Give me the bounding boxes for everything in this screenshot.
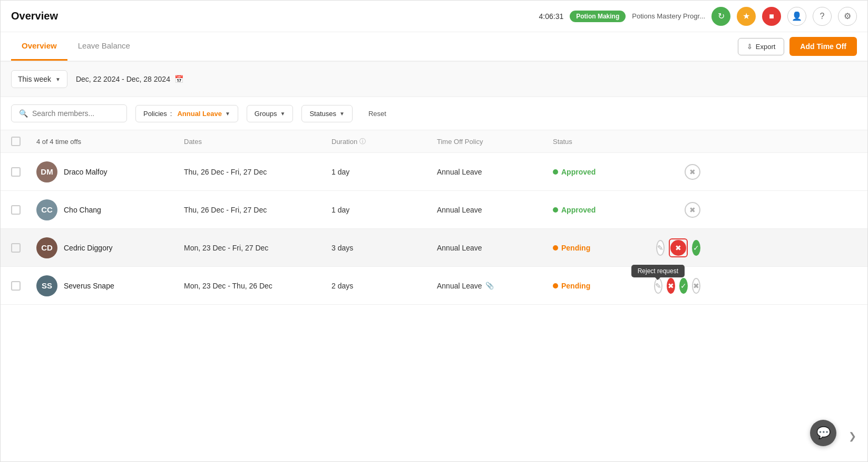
policy-cell-3: Annual Leave (437, 244, 553, 252)
member-name: Severus Snape (64, 282, 114, 290)
policies-filter[interactable]: Policies: Annual Leave ▼ (135, 105, 238, 122)
expand-arrow[interactable]: ❯ (849, 430, 856, 442)
reject-button[interactable]: ✖ (670, 240, 686, 256)
table-row: CD Cedric Diggory Mon, 23 Dec - Fri, 27 … (1, 229, 867, 267)
navbar-right: 4:06:31 Potion Making Potions Mastery Pr… (539, 7, 857, 26)
tabs-bar: Overview Leave Balance ⇩ Export Add Time… (1, 32, 867, 62)
delete-button[interactable]: ✖ (692, 278, 700, 294)
reject-button-highlighted: ✖ (669, 238, 688, 257)
duration-cell-2: 1 day (331, 206, 437, 214)
policy-cell-2: Annual Leave (437, 206, 553, 214)
badge-potion-making[interactable]: Potion Making (570, 11, 626, 22)
avatar: SS (36, 275, 57, 296)
table-area: 4 of 4 time offs Dates Duration ⓘ Time O… (1, 130, 867, 461)
current-time: 4:06:31 (539, 12, 564, 21)
chevron-down-icon: ▼ (225, 111, 230, 117)
row-1-checkbox[interactable] (11, 167, 21, 177)
export-icon: ⇩ (747, 43, 753, 51)
sync-icon-btn[interactable]: ↻ (711, 7, 730, 26)
member-cell-4: SS Severus Snape (36, 275, 184, 296)
avatar: CC (36, 199, 57, 220)
dates-cell-3: Mon, 23 Dec - Fri, 27 Dec (184, 244, 331, 252)
reset-button[interactable]: Reset (361, 105, 394, 122)
week-selector[interactable]: This week ▼ (11, 70, 67, 88)
dates-cell-1: Thu, 26 Dec - Fri, 27 Dec (184, 168, 331, 176)
dates-cell-2: Thu, 26 Dec - Fri, 27 Dec (184, 206, 331, 214)
help-icon-btn[interactable]: ? (813, 7, 832, 26)
select-all-checkbox[interactable] (11, 137, 21, 146)
table-row: CC Cho Chang Thu, 26 Dec - Fri, 27 Dec 1… (1, 191, 867, 229)
badge-program: Potions Mastery Progr... (632, 12, 705, 20)
approve-button[interactable]: ✓ (679, 278, 688, 294)
status-cell-2: Approved (553, 206, 658, 214)
chevron-down-icon: ▼ (339, 111, 345, 117)
tab-leave-balance[interactable]: Leave Balance (67, 32, 141, 61)
tabs-left: Overview Leave Balance (11, 32, 141, 61)
search-icon: 🔍 (19, 109, 28, 118)
duration-cell-1: 1 day (331, 168, 437, 176)
status-dot (553, 169, 558, 175)
status-dot (553, 245, 558, 251)
export-button[interactable]: ⇩ Export (738, 38, 785, 55)
row-2-checkbox[interactable] (11, 205, 21, 215)
info-icon: ⓘ (359, 137, 366, 146)
approve-button[interactable]: ✓ (692, 240, 700, 256)
duration-cell-4: 2 days (331, 282, 437, 290)
attachment-icon: 📎 (485, 282, 494, 290)
navbar: Overview 4:06:31 Potion Making Potions M… (1, 1, 867, 32)
actions-cell-3: ✎ ✖ ✓ Reject request (658, 238, 700, 257)
reject-tooltip: Reject request (631, 265, 685, 277)
search-box: 🔍 (11, 104, 127, 122)
tab-overview[interactable]: Overview (11, 32, 67, 61)
app-title: Overview (11, 10, 58, 22)
row-checkbox-1 (11, 167, 36, 177)
actions-cell-1: ✖ (658, 164, 700, 180)
status-cell-4: Pending (553, 282, 658, 290)
member-name: Draco Malfoy (64, 168, 107, 176)
row-4-checkbox[interactable] (11, 281, 21, 291)
avatar: CD (36, 237, 57, 258)
status-dot (553, 283, 558, 288)
member-name: Cedric Diggory (64, 244, 113, 252)
policy-cell-1: Annual Leave (437, 168, 553, 176)
groups-filter[interactable]: Groups ▼ (247, 105, 294, 122)
star-icon-btn[interactable]: ★ (737, 7, 756, 26)
settings-icon-btn[interactable]: ⚙ (838, 7, 857, 26)
table-row: SS Severus Snape Mon, 23 Dec - Thu, 26 D… (1, 267, 867, 305)
member-name: Cho Chang (64, 206, 101, 214)
chevron-down-icon: ▼ (55, 76, 61, 82)
th-status: Status (553, 138, 658, 146)
search-input[interactable] (32, 109, 116, 118)
delete-button[interactable]: ✖ (685, 202, 700, 218)
row-checkbox-2 (11, 205, 36, 215)
status-dot (553, 207, 558, 213)
member-cell-2: CC Cho Chang (36, 199, 184, 220)
chat-button[interactable]: 💬 (810, 420, 836, 446)
add-time-off-button[interactable]: Add Time Off (789, 37, 857, 56)
duration-cell-3: 3 days (331, 244, 437, 252)
row-checkbox-3 (11, 243, 36, 253)
status-cell-1: Approved (553, 168, 658, 176)
th-checkbox (11, 137, 36, 146)
delete-button[interactable]: ✖ (685, 164, 700, 180)
row-checkbox-4 (11, 281, 36, 291)
status-cell-3: Pending (553, 244, 658, 252)
row-3-checkbox[interactable] (11, 243, 21, 253)
stop-icon-btn[interactable]: ■ (762, 7, 781, 26)
edit-button[interactable]: ✎ (656, 240, 665, 256)
th-duration: Duration ⓘ (331, 137, 437, 146)
table-header: 4 of 4 time offs Dates Duration ⓘ Time O… (1, 130, 867, 153)
statuses-filter[interactable]: Statuses ▼ (301, 105, 353, 122)
reject-button[interactable]: ✖ (667, 278, 675, 294)
calendar-icon[interactable]: 📅 (174, 75, 183, 83)
avatar: DM (36, 161, 57, 182)
th-policy: Time Off Policy (437, 138, 553, 146)
filters-area: This week ▼ Dec, 22 2024 - Dec, 28 2024 … (1, 62, 867, 97)
user-icon-btn[interactable]: 👤 (787, 7, 806, 26)
date-range: Dec, 22 2024 - Dec, 28 2024 📅 (76, 75, 183, 83)
policy-cell-4: Annual Leave 📎 (437, 282, 553, 290)
th-count: 4 of 4 time offs (36, 138, 184, 146)
member-cell-3: CD Cedric Diggory (36, 237, 184, 258)
member-cell-1: DM Draco Malfoy (36, 161, 184, 182)
table-row: DM Draco Malfoy Thu, 26 Dec - Fri, 27 De… (1, 153, 867, 191)
